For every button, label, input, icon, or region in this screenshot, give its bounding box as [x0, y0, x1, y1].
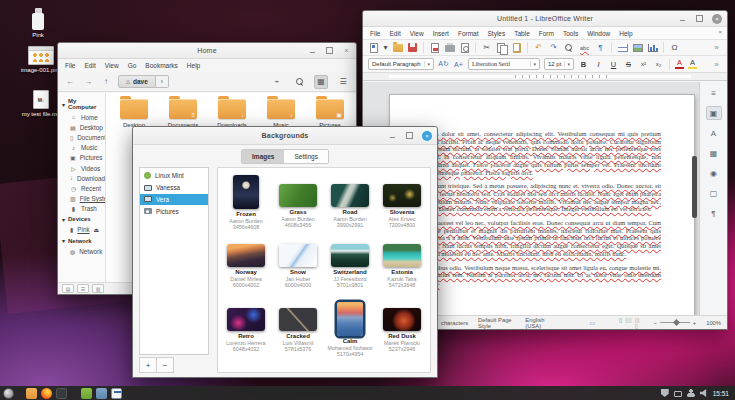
- show-places-button[interactable]: ▤: [62, 284, 74, 293]
- add-folder-button[interactable]: +: [139, 357, 157, 373]
- mint-menu-button[interactable]: [3, 388, 14, 399]
- files-launcher-icon[interactable]: [26, 388, 37, 399]
- wallpaper-thumbnail[interactable]: [383, 184, 421, 207]
- italic-button[interactable]: I: [593, 60, 604, 69]
- wallpaper-estonia[interactable]: Estonia Kazuki Taira 5472x3648: [376, 241, 428, 299]
- wallpaper-thumbnail[interactable]: [331, 184, 369, 207]
- sidebar-item-pictures[interactable]: ▣Pictures: [58, 153, 105, 163]
- sidebar-item-desktop[interactable]: ▤Desktop: [58, 122, 105, 132]
- update-manager-icon[interactable]: [661, 389, 669, 397]
- sidebar-section-devices[interactable]: ▾Devices: [58, 214, 105, 225]
- insert-table-button[interactable]: [617, 42, 628, 54]
- navigator-deck-icon[interactable]: ◉: [706, 166, 722, 180]
- close-document-button[interactable]: ×: [718, 29, 722, 35]
- wallpaper-cracked[interactable]: Cracked Luis Villasmil 5781x5376: [272, 299, 324, 368]
- toolbar-overflow-button[interactable]: »: [711, 42, 722, 54]
- wallpaper-slovenia[interactable]: Slovenia Ales Krivec 7200x4800: [376, 172, 428, 241]
- wallpaper-thumbnail[interactable]: [383, 244, 421, 267]
- subscript-button[interactable]: x₂: [653, 61, 664, 67]
- text-editor-window-icon[interactable]: [81, 388, 92, 399]
- new-style-button[interactable]: A+: [453, 58, 464, 70]
- insert-image-button[interactable]: [632, 42, 643, 54]
- menu-tools[interactable]: Tools: [563, 30, 578, 37]
- menu-bookmarks[interactable]: Bookmarks: [145, 62, 178, 69]
- update-style-button[interactable]: A↻: [438, 58, 449, 70]
- multi-page-view-icon[interactable]: ▯▯: [625, 317, 631, 329]
- wallpaper-thumbnail[interactable]: [227, 244, 265, 267]
- page-style-status[interactable]: Default Page Style: [478, 317, 515, 329]
- eject-icon[interactable]: ⏏: [94, 226, 100, 233]
- sidebar-item-home[interactable]: ⌂Home: [58, 112, 105, 122]
- redo-button[interactable]: ↷: [548, 42, 559, 54]
- sidebar-item-network[interactable]: ◍Network: [58, 246, 105, 256]
- new-document-button[interactable]: [368, 42, 379, 54]
- display-settings-icon[interactable]: [674, 391, 682, 397]
- save-button[interactable]: [407, 42, 418, 54]
- paragraph-style-combo[interactable]: Default Paragraph ▾: [368, 58, 434, 70]
- special-character-button[interactable]: Ω: [669, 42, 680, 54]
- source-linux-mint[interactable]: Linux Mint: [140, 170, 208, 182]
- wallpaper-road[interactable]: Road Aaron Burden 3990x2991: [324, 172, 376, 241]
- show-treeview-button[interactable]: ☴: [77, 284, 89, 293]
- menu-file[interactable]: File: [65, 62, 75, 69]
- zoom-in-icon[interactable]: +: [693, 320, 696, 326]
- selection-mode-icon[interactable]: ▭: [590, 320, 595, 326]
- source-vera[interactable]: Vera: [140, 194, 208, 206]
- insert-chart-button[interactable]: [647, 42, 658, 54]
- tab-settings[interactable]: Settings: [284, 150, 328, 163]
- single-page-view-icon[interactable]: ▯: [619, 317, 622, 329]
- breadcrumb-next-button[interactable]: ›: [156, 75, 169, 88]
- wallpaper-thumbnail[interactable]: [331, 244, 369, 267]
- wallpaper-thumbnail[interactable]: [279, 184, 317, 207]
- toolbar-overflow-button[interactable]: »: [711, 58, 722, 70]
- open-button[interactable]: [392, 42, 403, 54]
- source-vanessa[interactable]: Vanessa: [140, 182, 208, 194]
- export-pdf-button[interactable]: [429, 42, 440, 54]
- page-deck-icon[interactable]: ▢: [706, 186, 722, 200]
- source-pictures[interactable]: Pictures: [140, 205, 208, 217]
- menu-form[interactable]: Form: [539, 30, 554, 37]
- menu-go[interactable]: Go: [128, 62, 137, 69]
- wallpaper-red-dusk[interactable]: Red Dusk Marek Piwnicki 5237x2946: [376, 299, 428, 368]
- gallery-deck-icon[interactable]: ▦: [706, 146, 722, 160]
- wallpaper-calm-selected[interactable]: Calm Mohamed Nohassi 5170x4954: [324, 299, 376, 368]
- minimize-button[interactable]: [388, 131, 397, 140]
- wallpaper-retro[interactable]: Retro Lorenzo Herrera 6048x4032: [220, 299, 272, 368]
- backgrounds-titlebar[interactable]: Backgrounds ×: [133, 127, 437, 145]
- wallpaper-grass[interactable]: Grass Aaron Burden 4608x3456: [272, 172, 324, 241]
- book-view-icon[interactable]: ▯|▯: [635, 317, 640, 329]
- firefox-launcher-icon[interactable]: [41, 388, 52, 399]
- zoom-level[interactable]: 100%: [706, 320, 721, 326]
- toggle-location-entry-button[interactable]: ⌁: [270, 75, 284, 89]
- bold-button[interactable]: B: [578, 60, 589, 69]
- forward-button[interactable]: →: [82, 77, 94, 86]
- menu-edit[interactable]: Edit: [389, 30, 400, 37]
- user-applet-icon[interactable]: [687, 389, 695, 397]
- menu-help[interactable]: Help: [619, 30, 632, 37]
- vertical-scrollbar[interactable]: [692, 156, 697, 218]
- horizontal-ruler[interactable]: [363, 73, 727, 81]
- print-preview-button[interactable]: [459, 42, 470, 54]
- menu-view[interactable]: View: [410, 30, 424, 37]
- minimize-button[interactable]: [678, 14, 687, 23]
- desktop-icon-pink-usb[interactable]: Pink: [15, 8, 61, 38]
- styles-deck-icon[interactable]: A: [706, 126, 722, 140]
- tab-images[interactable]: Images: [242, 150, 284, 163]
- superscript-button[interactable]: x²: [638, 61, 649, 67]
- sidebar-item-recent[interactable]: ◷Recent: [58, 183, 105, 193]
- close-button[interactable]: ×: [342, 46, 351, 55]
- undo-button[interactable]: ↶: [533, 42, 544, 54]
- underline-button[interactable]: U: [608, 60, 619, 69]
- maximize-button[interactable]: [405, 131, 414, 140]
- remove-folder-button[interactable]: −: [156, 357, 174, 373]
- wallpaper-thumbnail[interactable]: [383, 308, 421, 331]
- up-button[interactable]: ↑: [100, 77, 112, 86]
- formatting-marks-button[interactable]: ¶: [595, 42, 606, 54]
- terminal-launcher-icon[interactable]: [56, 388, 67, 399]
- breadcrumb-home-button[interactable]: ⌂ dave: [118, 75, 156, 88]
- clock[interactable]: 15:51: [713, 390, 732, 397]
- document-text[interactable]: Lorem ipsum dolor sit amet, consectetur …: [403, 130, 661, 315]
- sidebar-item-trash[interactable]: ▮Trash: [58, 204, 105, 214]
- back-button[interactable]: ←: [64, 77, 76, 86]
- wallpaper-thumbnail[interactable]: [337, 302, 363, 336]
